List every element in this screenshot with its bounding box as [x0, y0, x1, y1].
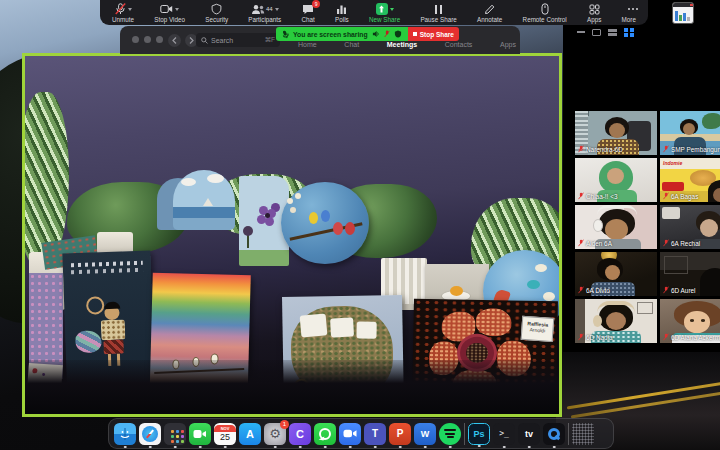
strip-view-icon[interactable]	[608, 29, 617, 37]
video-tile[interactable]: Narendra-6D	[575, 111, 657, 155]
close-window-button[interactable]	[132, 36, 139, 43]
gallery-view-icon-active[interactable]	[624, 28, 634, 37]
facetime-icon[interactable]	[189, 423, 211, 445]
powerpoint-icon[interactable]: P	[389, 423, 411, 445]
tab-meetings[interactable]: Meetings	[387, 41, 417, 48]
remote-control-button[interactable]: Remote Control	[523, 3, 567, 23]
sharing-status-pill: You are screen sharing	[276, 27, 408, 41]
stop-icon	[413, 32, 417, 36]
toolbar-label: Apps	[587, 16, 601, 23]
terminal-prompt: >_	[499, 429, 509, 438]
terminal-icon[interactable]: >_	[493, 423, 515, 445]
participant-name-chip: Narendra-6D	[578, 145, 623, 153]
unmute-button[interactable]: Unmute	[112, 3, 134, 23]
app-store-icon[interactable]: A	[239, 423, 261, 445]
audio-icon[interactable]	[372, 30, 380, 38]
toolbar-label: Polls	[335, 16, 349, 23]
participant-face	[605, 219, 628, 240]
screen-sharing-banner: You are screen sharing Stop Share	[276, 27, 459, 41]
new-share-button[interactable]: New Share	[369, 3, 400, 23]
more-button[interactable]: More	[622, 3, 636, 23]
participants-icon	[251, 4, 265, 15]
security-button[interactable]: Security	[205, 3, 228, 23]
participant-face	[607, 168, 624, 184]
mic-icon	[280, 28, 290, 39]
mic-muted-icon	[663, 192, 669, 200]
apps-grid-icon	[589, 4, 600, 15]
shelf-object	[662, 207, 680, 219]
zoom-app-icon[interactable]	[339, 423, 361, 445]
whatsapp-icon[interactable]	[314, 423, 336, 445]
video-tile[interactable]: SMP Pembanguna	[660, 111, 720, 155]
search-icon	[201, 37, 208, 44]
apple-tv-icon[interactable]: tv	[518, 423, 540, 445]
launchpad-icon[interactable]	[164, 423, 186, 445]
video-tile[interactable]: 6A Divto	[575, 252, 657, 296]
minimized-chart-window[interactable]	[672, 2, 694, 24]
safari-icon[interactable]	[139, 423, 161, 445]
toolbar-label: Security	[205, 16, 228, 23]
stop-video-button[interactable]: Stop Video	[154, 3, 185, 23]
mic-muted-small-icon[interactable]	[384, 30, 390, 38]
speaker-view-icon[interactable]	[592, 29, 601, 36]
finder-icon[interactable]	[114, 423, 136, 445]
shield-small-icon[interactable]	[394, 30, 402, 38]
tab-chat[interactable]: Chat	[344, 41, 359, 48]
tab-home[interactable]: Home	[298, 41, 317, 48]
calendar-icon[interactable]: NOV 25	[214, 423, 236, 445]
back-button[interactable]	[168, 34, 181, 47]
cloud-shape	[181, 178, 196, 186]
appletv-label: tv	[525, 429, 533, 439]
mic-muted-icon	[663, 145, 669, 153]
table-surface	[22, 360, 562, 417]
polls-button[interactable]: Polls	[335, 3, 349, 23]
pause-share-button[interactable]: Pause Share	[420, 3, 456, 23]
video-tile[interactable]: Indomie 6A Bagas	[660, 158, 720, 202]
video-tile[interactable]: 6D Aurel	[660, 252, 720, 296]
fish-shape	[527, 280, 540, 289]
settings-icon[interactable]: ⚙ 1	[264, 423, 286, 445]
stop-share-button[interactable]: Stop Share	[408, 27, 459, 41]
minimize-icon[interactable]	[577, 31, 585, 33]
mic-muted-icon	[578, 192, 584, 200]
chevron-down-icon[interactable]	[390, 8, 394, 11]
polls-bars-icon	[336, 4, 347, 15]
mini-bar	[675, 11, 678, 21]
participant-name-chip: 6D Aurel	[663, 286, 696, 294]
search-input[interactable]: Search ⌘F	[196, 33, 280, 47]
video-tile[interactable]: 6A Rechal	[660, 205, 720, 249]
spotify-wave	[447, 436, 454, 438]
minimize-window-button[interactable]	[144, 36, 151, 43]
toolbar-label: Remote Control	[523, 16, 567, 23]
mic-muted-icon	[578, 333, 584, 341]
spotify-icon[interactable]	[439, 423, 461, 445]
tab-contacts[interactable]: Contacts	[445, 41, 473, 48]
video-tile[interactable]: Chiaa-!! <3	[575, 158, 657, 202]
chevron-down-icon[interactable]	[275, 8, 279, 11]
teams-icon[interactable]: T	[364, 423, 386, 445]
trash-icon[interactable]	[572, 423, 594, 445]
participant-name-chip: 6D Alana Ackerma	[663, 333, 720, 341]
video-tile[interactable]: 6D Alana Ackerma	[660, 299, 720, 343]
apps-button[interactable]: Apps	[587, 3, 601, 23]
annotate-button[interactable]: Annotate	[477, 3, 502, 23]
mouse-icon	[541, 3, 549, 15]
word-icon[interactable]: W	[414, 423, 436, 445]
participants-button[interactable]: 44 Participants	[248, 3, 281, 23]
mic-muted-icon	[578, 145, 584, 153]
zoom-window-button[interactable]	[156, 36, 163, 43]
window-traffic-lights[interactable]	[132, 36, 163, 43]
chevron-down-icon[interactable]	[128, 8, 132, 11]
chevron-down-icon[interactable]	[175, 8, 179, 11]
chat-button[interactable]: 9 Chat	[301, 3, 314, 23]
zoom-window-tabs: Home Chat Meetings Contacts Apps	[298, 41, 516, 48]
c-app-icon[interactable]: C	[289, 423, 311, 445]
spotify-wave	[444, 429, 456, 431]
video-tile[interactable]: 6D Nadia	[575, 299, 657, 343]
quicktime-icon[interactable]	[543, 423, 565, 445]
video-tile[interactable]: Aiden 6A	[575, 205, 657, 249]
tree-shape	[247, 234, 249, 248]
tab-apps[interactable]: Apps	[500, 41, 516, 48]
photoshop-icon[interactable]: Ps	[468, 423, 490, 445]
video-camera-icon	[160, 4, 173, 14]
